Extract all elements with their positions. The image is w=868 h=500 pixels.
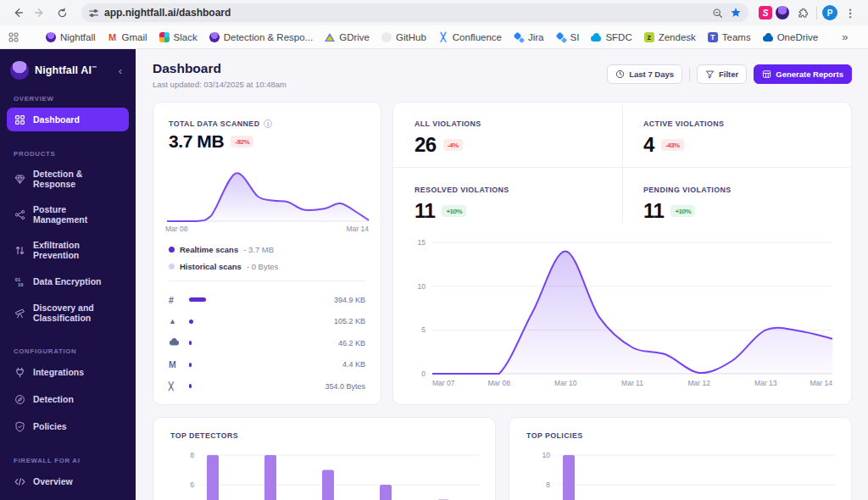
bookmark-jira[interactable]: Jira <box>514 32 544 42</box>
sidebar-item-detection-response[interactable]: Detection & Response <box>7 163 129 195</box>
bookmark-si[interactable]: SI <box>556 32 580 42</box>
compass-icon <box>14 393 25 405</box>
service-usage-bar <box>189 319 193 324</box>
grid-icon <box>14 114 25 125</box>
bookmark-nightfall[interactable]: Nightfall <box>46 32 96 42</box>
bookmark-sfdc[interactable]: SFDC <box>591 32 632 42</box>
salesforce-cloud-icon <box>591 32 601 42</box>
sidebar-collapse-icon[interactable]: ‹ <box>115 64 125 77</box>
site-settings-icon[interactable] <box>88 8 99 19</box>
jira-icon <box>514 32 524 42</box>
scans-legend: Realtime scans - 3.7 MB Historical scans… <box>169 245 278 271</box>
service-row-gmail: M 4.4 KB <box>169 354 365 376</box>
svg-text:Mar 13: Mar 13 <box>754 379 777 387</box>
sidebar-item-exfiltration-prevention[interactable]: Exfiltration Prevention <box>7 234 129 266</box>
service-usage-list: # 394.9 KB ▲ 105.2 KB 46.2 KB M <box>169 289 365 397</box>
telescope-icon <box>14 307 25 319</box>
zoom-out-icon[interactable] <box>712 8 723 19</box>
last-updated: Last updated: 03/14/2025 at 10:48am <box>153 80 287 89</box>
browser-menu-icon[interactable]: ⋮ <box>841 3 860 22</box>
date-range-button[interactable]: Last 7 Days <box>607 64 682 84</box>
top-policies-label: TOP POLICIES <box>526 431 583 440</box>
top-policies-chart: 108 <box>518 443 844 500</box>
sidebar-item-detection[interactable]: Detection <box>7 387 129 411</box>
bookmark-confluence[interactable]: ╳Confluence <box>438 32 502 42</box>
gdrive-icon <box>325 33 335 42</box>
forward-button[interactable] <box>31 3 49 22</box>
violations-card: ALL VIOLATIONS 26-4% ACTIVE VIOLATIONS 4… <box>392 102 852 405</box>
sidebar-item-posture-management[interactable]: Posture Management <box>7 198 129 231</box>
svg-text:Mar 10: Mar 10 <box>554 379 577 387</box>
sidebar-item-policies[interactable]: Policies <box>7 414 129 438</box>
zendesk-icon: z <box>644 32 654 42</box>
gdrive-icon: ▲ <box>169 317 181 325</box>
confluence-icon: ╳ <box>169 382 181 391</box>
extension-pink-icon[interactable]: S <box>759 6 772 19</box>
bookmark-detection-response[interactable]: Detection & Respo... <box>209 32 313 42</box>
service-usage-bar <box>189 363 192 367</box>
svg-text:8: 8 <box>546 481 550 489</box>
forward-icon <box>34 7 46 19</box>
gmail-icon: M <box>108 32 118 42</box>
back-button[interactable] <box>8 3 27 22</box>
sidebar-item-integrations[interactable]: Integrations <box>7 360 129 384</box>
kpi-pending-violations: PENDING VIOLATIONS 11+10% <box>622 169 851 233</box>
section-firewall-for-ai: FIREWALL FOR AI <box>7 457 129 464</box>
nightfall-icon <box>46 32 56 42</box>
gem-icon <box>14 173 25 185</box>
plug-icon <box>14 366 25 378</box>
service-usage-bar <box>189 297 206 302</box>
divider <box>169 281 365 281</box>
bookmarks-overflow-chevron[interactable]: » <box>842 31 848 43</box>
bookmark-gdrive[interactable]: GDrive <box>325 32 370 42</box>
violations-trend-chart: 051015Mar 07Mar 08Mar 10Mar 11Mar 12Mar … <box>403 228 844 401</box>
slack-icon <box>159 32 170 42</box>
extensions-puzzle-icon[interactable] <box>793 3 811 22</box>
svg-text:0: 0 <box>421 369 426 378</box>
service-usage-bar <box>189 384 192 388</box>
svg-text:Mar 14: Mar 14 <box>810 379 833 387</box>
bookmark-teams[interactable]: TTeams <box>708 32 751 42</box>
info-icon[interactable]: i <box>264 119 272 128</box>
url-text: app.nightfall.ai/dashboard <box>104 7 707 19</box>
refresh-button[interactable] <box>53 3 71 22</box>
svg-text:5: 5 <box>421 325 426 334</box>
section-configuration: CONFIGURATION <box>7 347 129 355</box>
url-bar[interactable]: app.nightfall.ai/dashboard <box>81 3 748 22</box>
bookmarks-bar: Nightfall MGmail Slack Detection & Respo… <box>0 25 868 49</box>
top-policies-card: TOP POLICIES 108 <box>509 417 852 500</box>
extension-nightfall-icon[interactable] <box>776 6 789 19</box>
nightfall-logo-icon <box>10 61 29 80</box>
profile-avatar[interactable]: P <box>822 5 837 20</box>
sidebar-item-data-encryption[interactable]: 0110 Data Encryption <box>7 269 129 293</box>
bookmark-github[interactable]: GitHub <box>381 32 426 42</box>
svg-text:Mar 12: Mar 12 <box>687 379 710 387</box>
brand-name: Nightfall AI™ <box>35 64 109 76</box>
divider <box>393 167 851 168</box>
legend-dot <box>169 264 175 269</box>
filter-button[interactable]: Filter <box>697 64 747 84</box>
bookmark-slack[interactable]: Slack <box>159 32 198 42</box>
sidebar-item-firewall-overview[interactable]: Overview <box>7 469 129 493</box>
arrows-up-down-icon <box>14 244 25 256</box>
kpi-all-violations: ALL VIOLATIONS 26-4% <box>393 103 622 167</box>
scans-chart-xlabels: Mar 08 Mar 14 <box>165 225 369 233</box>
legend-item-realtime: Realtime scans - 3.7 MB <box>169 245 278 254</box>
bookmark-gmail[interactable]: MGmail <box>108 32 147 42</box>
confluence-icon: ╳ <box>438 32 448 42</box>
sidebar-item-discovery-classification[interactable]: Discovery and Classification <box>7 297 129 329</box>
svg-text:01: 01 <box>14 276 19 281</box>
teams-icon: T <box>708 32 718 42</box>
svg-text:15: 15 <box>418 238 426 247</box>
generate-reports-button[interactable]: Generate Reports <box>754 64 852 84</box>
svg-text:Mar 07: Mar 07 <box>432 379 455 387</box>
top-detectors-label: TOP DETECTORS <box>170 431 238 440</box>
bookmark-onedrive[interactable]: OneDrive <box>763 32 819 42</box>
bookmark-star-icon[interactable] <box>730 7 742 19</box>
section-overview: OVERVIEW <box>7 95 129 103</box>
sidebar-item-dashboard[interactable]: Dashboard <box>7 108 129 131</box>
kpi-resolved-violations: RESOLVED VIOLATIONS 11+10% <box>393 169 622 233</box>
apps-grid-icon[interactable] <box>8 30 19 45</box>
scans-trend-chart <box>164 164 372 233</box>
bookmark-zendesk[interactable]: zZendesk <box>644 32 696 42</box>
